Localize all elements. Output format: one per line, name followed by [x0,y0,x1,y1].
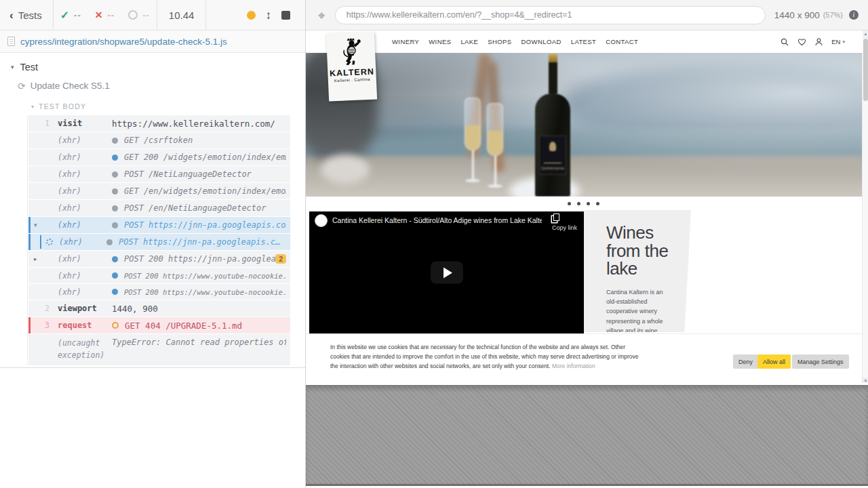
carousel-dot[interactable] [568,202,571,205]
file-icon [7,37,15,46]
command-message: POST 200 https://jnn-pa.googleapi… [124,254,275,264]
site-scrollbar[interactable]: ▲ ▼ [862,30,868,385]
test-duration: 10.44 [157,9,206,21]
x-icon: ✕ [95,9,103,20]
test-body-section[interactable]: ▾ TEST BODY [31,102,305,110]
command-row[interactable]: (xhr)GET /en/widgets/emotion/index/emo… [28,183,290,199]
command-number: 2 [33,304,50,313]
heart-icon[interactable] [797,38,806,46]
allow-all-button[interactable]: Allow all [757,354,791,369]
duplicates-badge: 2 [275,254,286,264]
command-row[interactable]: 2viewport1440, 900 [28,300,290,317]
account-icon[interactable] [815,38,823,46]
outside-viewport-area [305,383,868,488]
spec-path-link[interactable]: cypress/integration/shopware5/update-che… [20,37,227,47]
more-information-link[interactable]: More information [552,363,595,369]
copy-link-label[interactable]: Copy link [552,224,577,231]
play-button[interactable] [431,262,463,284]
lion-crest-icon [338,37,365,66]
logo-title: KALTERN [330,67,374,79]
video-title[interactable]: Cantina Kellerei Kaltern - Südtirol/Alto… [332,216,542,224]
nav-item-wines[interactable]: WINES [429,38,451,45]
command-row[interactable]: (xhr)POST /NetiLanguageDetector [28,166,290,182]
stat-pending[interactable]: -- [121,10,157,20]
command-message: GET /csrftoken [124,136,286,145]
command-message: POST /en/NetiLanguageDetector [124,203,286,213]
expander-open-icon[interactable]: ▾ [34,222,37,228]
language-label: EN [831,38,840,45]
language-selector[interactable]: EN ▾ [831,38,845,45]
command-row[interactable]: (xhr)POST 200 https://www.youtube-nocook… [28,268,290,283]
pending-spinner-icon [46,239,53,245]
copy-icon[interactable] [553,214,559,221]
check-icon: ✓ [60,9,69,22]
carousel-dots-strip [306,197,863,211]
command-row[interactable]: (xhr)POST /en/NetiLanguageDetector [28,200,290,216]
status-dot-blue [112,289,118,295]
command-row[interactable]: (uncaught exception)TypeError: Cannot re… [28,334,290,365]
command-row[interactable]: (xhr)GET 200 /widgets/emotion/index/em… [28,149,290,165]
chevron-down-icon: ▾ [31,104,34,110]
command-method: (xhr) [58,136,112,145]
command-message: POST https://jnn-pa.googleapis.com… [124,220,286,230]
url-input[interactable]: https://www.kellereikaltern.com/en/?__sh… [335,6,766,24]
browser-url-bar: ⌖ https://www.kellereikaltern.com/en/?__… [305,0,868,30]
status-dot-gray [112,188,118,195]
command-row[interactable]: 1visithttps://www.kellereikaltern.com/ [28,115,290,131]
command-message: POST /NetiLanguageDetector [124,169,286,179]
command-method: viewport [58,304,112,313]
test-row[interactable]: ⟳ Update Check S5.1 [18,81,305,91]
chevron-left-icon: ‹ [9,9,14,21]
app-under-test: WINERYWINESLAKESHOPSDOWNLOADLATESTCONTAC… [306,30,863,383]
nav-item-lake[interactable]: LAKE [460,38,478,45]
status-circle-pending [112,322,119,329]
hero-carousel-slide[interactable]: Quintessenz [306,53,863,197]
command-row[interactable]: (xhr)POST https://jnn-pa.googleapis.c… [28,234,290,250]
nav-item-shops[interactable]: SHOPS [488,38,511,45]
status-dot-blue [112,256,118,262]
nav-item-winery[interactable]: WINERY [392,38,419,45]
nav-item-download[interactable]: DOWNLOAD [521,38,561,45]
feature-panel: Wines from the lake Cantina Kaltern is a… [584,210,691,332]
carousel-dot[interactable] [596,202,599,205]
command-row[interactable]: ▸(xhr)POST 200 https://jnn-pa.googleapi…… [28,251,290,267]
cookie-text: In this website we use cookies that are … [330,342,644,371]
carousel-dot[interactable] [587,202,590,205]
back-to-tests-button[interactable]: ‹ Tests [0,0,53,30]
scrollbar-thumb[interactable] [863,39,868,101]
command-row[interactable]: 3requestGET 404 /UPGRADE-5.1.md [28,317,290,333]
command-row[interactable]: (xhr)GET /csrftoken [28,132,290,148]
status-dot-blue [112,272,118,279]
viewport-indicator-icon[interactable] [247,11,256,20]
carousel-dot[interactable] [577,202,580,205]
scroll-up-arrow[interactable]: ▲ [863,30,868,38]
expander-closed-icon[interactable]: ▸ [34,256,37,262]
site-logo[interactable]: KALTERN Kellerei . Cantina [326,31,377,101]
stat-passed[interactable]: ✓ -- [54,9,88,22]
deny-button[interactable]: Deny [733,354,758,369]
channel-avatar[interactable] [315,214,328,227]
info-icon[interactable]: i [849,10,859,20]
resize-arrows-icon[interactable]: ↕ [266,9,272,21]
passed-count: -- [74,10,81,20]
site-header: WINERYWINESLAKESHOPSDOWNLOADLATESTCONTAC… [306,30,863,53]
command-method: (xhr) [58,152,112,162]
wine-glass [464,98,481,197]
command-row[interactable]: (xhr)POST 200 https://www.youtube-nocook… [28,284,290,300]
chevron-down-icon: ▾ [11,64,14,70]
status-dot-blue [112,155,118,161]
search-icon[interactable] [781,38,789,46]
command-row[interactable]: ▾(xhr)POST https://jnn-pa.googleapis.com… [28,217,290,233]
stat-failed[interactable]: ✕ -- [88,9,121,20]
selector-playground-icon[interactable]: ⌖ [318,9,326,22]
status-dot-gray [112,171,118,178]
hero-light-overlay [306,53,863,197]
chevron-down-icon: ▾ [842,39,845,45]
nav-item-contact[interactable]: CONTACT [606,38,638,45]
suite-row[interactable]: ▾ Test [11,62,305,73]
nav-item-latest[interactable]: LATEST [571,38,597,45]
manage-settings-button[interactable]: Manage Settings [792,354,849,369]
stop-button[interactable] [281,11,290,20]
youtube-video-embed[interactable]: Cantina Kellerei Kaltern - Südtirol/Alto… [309,211,584,333]
status-dot-gray [112,222,118,228]
